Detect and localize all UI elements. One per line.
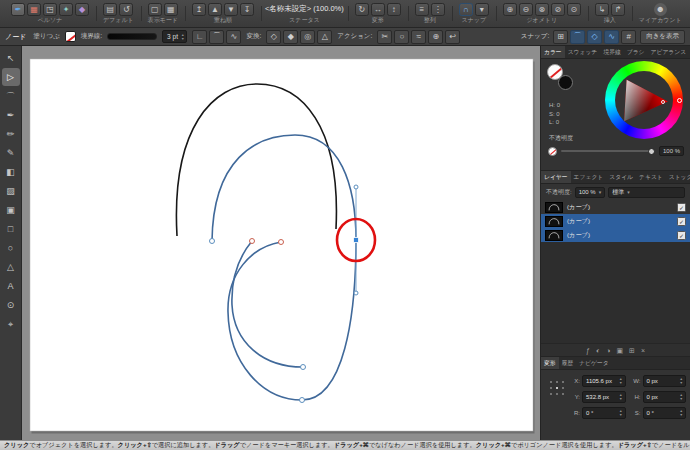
- sharp-segment-button[interactable]: ∟: [192, 30, 207, 44]
- node-bottom[interactable]: [300, 398, 305, 403]
- anchor-dot[interactable]: [562, 381, 565, 384]
- opacity-slider-knob[interactable]: [648, 148, 655, 155]
- stepper-icon[interactable]: [181, 33, 184, 41]
- convert-smooth-node-button[interactable]: ◆: [283, 30, 298, 44]
- layer-fx-icon[interactable]: ƒ: [586, 347, 590, 354]
- text-tool[interactable]: A: [2, 277, 20, 295]
- panel-tab[interactable]: ナビゲータ: [576, 357, 612, 369]
- anchor-dot[interactable]: [550, 393, 553, 396]
- opacity-value[interactable]: 100 %: [659, 146, 684, 156]
- node-outer-start[interactable]: [210, 239, 215, 244]
- snapping-options-icon[interactable]: ▾: [475, 3, 489, 16]
- layer-adjustment-icon[interactable]: ◑: [606, 347, 610, 354]
- pixel-persona-icon[interactable]: ▦: [27, 3, 41, 16]
- zoom-tool[interactable]: ⌖: [2, 315, 20, 333]
- layer-visibility-checkbox[interactable]: [677, 203, 686, 212]
- add-layer-icon[interactable]: ⊞: [629, 347, 635, 354]
- stepper-icon[interactable]: [680, 393, 683, 401]
- anchor-dot[interactable]: [556, 381, 559, 384]
- anchor-dot[interactable]: [562, 393, 565, 396]
- stepper-icon[interactable]: [619, 393, 622, 401]
- vector-view-icon[interactable]: ▢: [148, 3, 162, 16]
- layers-opacity-dropdown[interactable]: 100 %: [575, 187, 606, 198]
- panel-tab[interactable]: レイヤー: [541, 171, 571, 183]
- boolean-intersect-icon[interactable]: ⊗: [535, 3, 549, 16]
- artboard[interactable]: [30, 59, 533, 431]
- panel-tab[interactable]: カラー: [541, 46, 565, 58]
- transform-field-input[interactable]: 532.8 px: [582, 391, 626, 403]
- corner-tool[interactable]: ⌒: [2, 87, 20, 105]
- stroke-width-input[interactable]: 3 pt: [162, 30, 187, 43]
- panel-tab[interactable]: アピアランス: [648, 46, 690, 58]
- anchor-dot[interactable]: [550, 387, 553, 390]
- smooth-curve-button[interactable]: ≈: [411, 30, 426, 44]
- stepper-icon[interactable]: [619, 377, 622, 385]
- align-icon[interactable]: ≡: [415, 3, 429, 16]
- pixel-view-icon[interactable]: ▦: [164, 3, 178, 16]
- fill-stroke-indicator[interactable]: [547, 64, 575, 92]
- layer-mask-icon[interactable]: ◐: [596, 347, 600, 354]
- fill-color-swatch-panel[interactable]: [547, 64, 563, 80]
- convert-sharp-node-button[interactable]: ◇: [266, 30, 281, 44]
- panel-tab[interactable]: ブラシ: [624, 46, 648, 58]
- snap-to-nodes-button[interactable]: ◇: [587, 30, 602, 44]
- pencil-tool[interactable]: ✏: [2, 125, 20, 143]
- layer-row[interactable]: (カーブ): [541, 200, 690, 214]
- fill-tool[interactable]: ◧: [2, 163, 20, 181]
- layer-row[interactable]: (カーブ): [541, 214, 690, 228]
- panel-tab[interactable]: 履歴: [559, 357, 577, 369]
- color-wheel[interactable]: [605, 61, 683, 139]
- pen-tool[interactable]: ✒: [2, 106, 20, 124]
- show-orientation-button[interactable]: 向きを表示: [640, 30, 685, 44]
- ellipse-tool[interactable]: ○: [2, 239, 20, 257]
- boolean-subtract-icon[interactable]: ⊖: [519, 3, 533, 16]
- node-tool[interactable]: ▷: [2, 68, 20, 86]
- panel-tab[interactable]: ストック: [666, 171, 690, 183]
- flip-horizontal-icon[interactable]: ↔: [371, 3, 385, 16]
- node-inner-start[interactable]: [250, 239, 255, 244]
- move-to-back-icon[interactable]: ↧: [240, 3, 254, 16]
- vector-crop-tool[interactable]: ▣: [2, 201, 20, 219]
- move-forward-icon[interactable]: ▲: [208, 3, 222, 16]
- anchor-dot[interactable]: [550, 381, 553, 384]
- layer-group-icon[interactable]: ▣: [616, 347, 623, 354]
- anchor-point-selector[interactable]: [548, 379, 566, 397]
- transform-field-input[interactable]: 0 px: [643, 375, 687, 387]
- opacity-slider[interactable]: [561, 150, 655, 152]
- saturation-selector-dot[interactable]: [661, 100, 665, 104]
- convert-to-line-button[interactable]: △: [317, 30, 332, 44]
- selected-node[interactable]: [354, 238, 359, 243]
- distribute-icon[interactable]: ⋮: [431, 3, 445, 16]
- user-avatar-icon[interactable]: ☻: [654, 3, 667, 16]
- snap-to-grid-button[interactable]: ⊞: [553, 30, 568, 44]
- fill-color-swatch[interactable]: [65, 31, 76, 42]
- transform-field-input[interactable]: 1105.6 px: [582, 375, 626, 387]
- convert-smart-node-button[interactable]: ◎: [300, 30, 315, 44]
- join-curves-button[interactable]: ⊕: [428, 30, 443, 44]
- snap-off-curve-button[interactable]: ∿: [604, 30, 619, 44]
- transform-field-input[interactable]: 0 °: [643, 407, 687, 419]
- panel-tab[interactable]: スウォッチ: [565, 46, 601, 58]
- layer-visibility-checkbox[interactable]: [677, 217, 686, 226]
- boolean-add-icon[interactable]: ⊕: [503, 3, 517, 16]
- control-handle-bottom[interactable]: [354, 291, 358, 295]
- break-curve-button[interactable]: ✂: [377, 30, 392, 44]
- stepper-icon[interactable]: [619, 409, 622, 417]
- panel-tab[interactable]: エフェクト: [571, 171, 607, 183]
- color-picker-tool[interactable]: ⊙: [2, 296, 20, 314]
- defaults-sync-icon[interactable]: ▤: [103, 3, 117, 16]
- move-to-front-icon[interactable]: ↥: [192, 3, 206, 16]
- delete-layer-icon[interactable]: ×: [641, 347, 645, 354]
- defaults-revert-icon[interactable]: ↺: [119, 3, 133, 16]
- reverse-curves-button[interactable]: ↩: [445, 30, 460, 44]
- snap-to-curves-button[interactable]: ⌒: [570, 30, 585, 44]
- anchor-dot-center[interactable]: [556, 387, 559, 390]
- stepper-icon[interactable]: [680, 409, 683, 417]
- stroke-style-preview[interactable]: [107, 33, 157, 40]
- toolbar-group-my-account[interactable]: ☻ マイアカウント: [632, 0, 689, 27]
- rectangle-tool[interactable]: □: [2, 220, 20, 238]
- placement-persona-icon[interactable]: ✦: [59, 3, 73, 16]
- stepper-icon[interactable]: [680, 377, 683, 385]
- export-persona-icon[interactable]: ◳: [43, 3, 57, 16]
- transparency-tool[interactable]: ▨: [2, 182, 20, 200]
